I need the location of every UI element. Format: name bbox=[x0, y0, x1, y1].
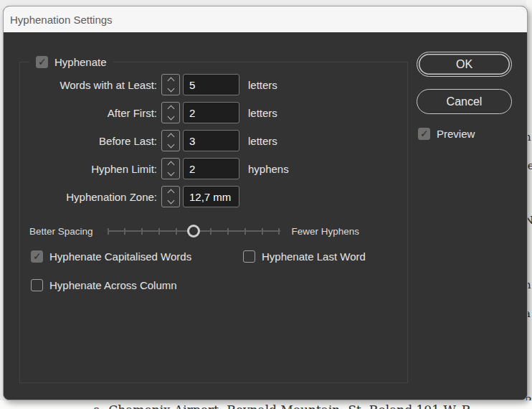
hyphenate-checkbox[interactable] bbox=[36, 56, 48, 68]
after-first-label: After First: bbox=[4, 107, 157, 119]
hyphenation-zone-stepper[interactable] bbox=[161, 186, 180, 207]
chevron-up-icon[interactable] bbox=[167, 189, 174, 197]
hyphen-limit-unit: hyphens bbox=[248, 163, 289, 175]
dialog-titlebar[interactable]: Hyphenation Settings bbox=[4, 6, 527, 32]
chevron-down-icon[interactable] bbox=[167, 197, 174, 204]
slider-knob[interactable] bbox=[187, 225, 200, 238]
slider-tick bbox=[227, 228, 229, 235]
chevron-down-icon[interactable] bbox=[167, 85, 174, 93]
dialog-body: Hyphenate Words with at Least: letters A… bbox=[4, 32, 527, 400]
hyphenate-capitalised-words-label: Hyphenate Capitalised Words bbox=[49, 250, 191, 263]
slider-tick bbox=[176, 228, 177, 235]
fewer-hyphens-label: Fewer Hyphens bbox=[292, 226, 360, 237]
hyphenate-legend: Hyphenate bbox=[29, 54, 113, 70]
better-spacing-label: Better Spacing bbox=[29, 226, 93, 237]
slider-tick bbox=[244, 228, 246, 235]
hyphenate-across-column-checkbox[interactable] bbox=[31, 279, 43, 291]
hyphenation-zone-label: Hyphenation Zone: bbox=[4, 191, 157, 203]
option-row-2: Hyphenate Across Column bbox=[31, 279, 177, 291]
preview-row: Preview bbox=[418, 128, 475, 140]
hyphenate-last-word-label: Hyphenate Last Word bbox=[262, 250, 366, 263]
chevron-down-icon[interactable] bbox=[167, 169, 174, 177]
chevron-down-icon[interactable] bbox=[167, 141, 174, 149]
before-last-input[interactable] bbox=[183, 130, 239, 151]
slider-tick bbox=[108, 228, 109, 235]
words-with-at-least-stepper[interactable] bbox=[161, 74, 180, 95]
option-row-1-second: Hyphenate Last Word bbox=[243, 250, 366, 263]
slider-tick bbox=[278, 228, 280, 235]
hyphenation-zone-row: Hyphenation Zone: bbox=[4, 186, 248, 207]
dialog-title: Hyphenation Settings bbox=[10, 14, 113, 26]
cancel-button[interactable]: Cancel bbox=[417, 89, 512, 114]
slider-tick bbox=[158, 228, 160, 235]
hyphenation-zone-input[interactable] bbox=[183, 186, 239, 207]
option-row-1: Hyphenate Capitalised Words Hyphenate La… bbox=[31, 250, 191, 263]
before-last-unit: letters bbox=[248, 135, 277, 147]
hyphen-limit-row: Hyphen Limit: hyphens bbox=[4, 158, 289, 179]
chevron-up-icon[interactable] bbox=[167, 133, 174, 141]
hyphenate-capitalised-words-checkbox[interactable] bbox=[31, 250, 43, 263]
before-last-label: Before Last: bbox=[4, 135, 157, 147]
hyphenate-label: Hyphenate bbox=[54, 56, 107, 68]
hyphenation-settings-dialog: Hyphenation Settings Hyphenate Words wit… bbox=[3, 6, 528, 400]
background-text-fragment: a; Chamonix Airport; Reynald Mountain; S… bbox=[93, 403, 475, 409]
preview-label: Preview bbox=[437, 128, 475, 140]
words-with-at-least-unit: letters bbox=[248, 79, 277, 91]
hyphen-limit-label: Hyphen Limit: bbox=[4, 163, 157, 175]
chevron-up-icon[interactable] bbox=[167, 105, 174, 113]
after-first-input[interactable] bbox=[183, 102, 239, 123]
words-with-at-least-input[interactable] bbox=[183, 74, 239, 95]
after-first-stepper[interactable] bbox=[161, 102, 180, 123]
chevron-down-icon[interactable] bbox=[167, 113, 174, 121]
before-last-stepper[interactable] bbox=[161, 130, 180, 151]
chevron-up-icon[interactable] bbox=[167, 161, 174, 169]
before-last-row: Before Last: letters bbox=[4, 130, 277, 151]
after-first-row: After First: letters bbox=[4, 102, 277, 123]
preview-checkbox[interactable] bbox=[418, 128, 430, 140]
hyphenate-last-word-checkbox[interactable] bbox=[243, 250, 255, 263]
spacing-hyphens-slider-row: Better Spacing Fewer Hyphens bbox=[29, 223, 359, 239]
slider-tick bbox=[262, 228, 263, 235]
words-with-at-least-label: Words with at Least: bbox=[4, 79, 157, 91]
slider-tick bbox=[124, 228, 125, 235]
slider-tick bbox=[141, 228, 143, 235]
chevron-up-icon[interactable] bbox=[167, 77, 174, 85]
hyphen-limit-input[interactable] bbox=[183, 158, 239, 179]
slider-rail[interactable] bbox=[108, 223, 280, 239]
background-document-bottom: a; Chamonix Airport; Reynald Mountain; S… bbox=[0, 400, 532, 409]
words-with-at-least-row: Words with at Least: letters bbox=[4, 74, 277, 95]
hyphen-limit-stepper[interactable] bbox=[161, 158, 180, 179]
hyphenate-across-column-label: Hyphenate Across Column bbox=[49, 279, 177, 291]
ok-button[interactable]: OK bbox=[417, 52, 512, 77]
slider-tick bbox=[210, 228, 212, 235]
after-first-unit: letters bbox=[248, 107, 277, 119]
